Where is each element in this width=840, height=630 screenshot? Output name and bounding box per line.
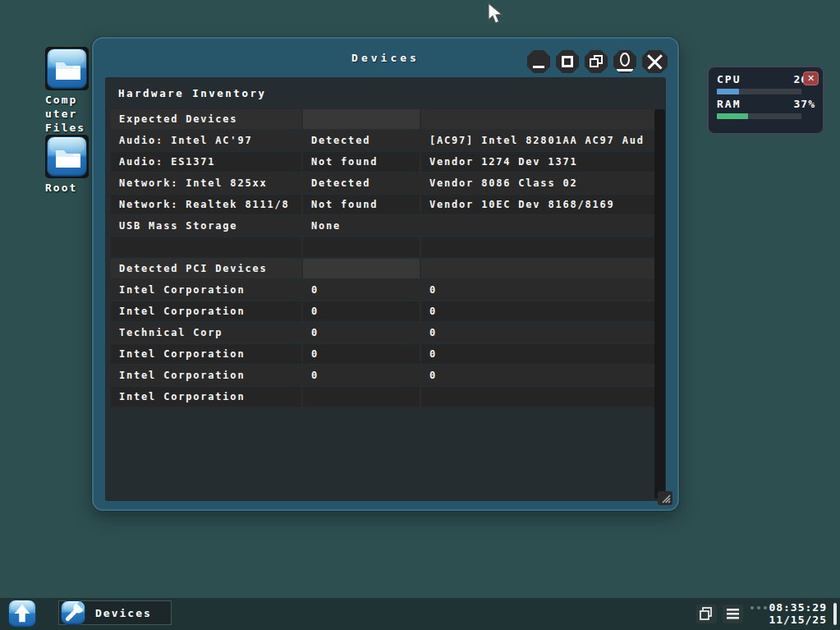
table-row[interactable]: Audio: ES1371Not foundVendor 1274 Dev 13…: [111, 152, 657, 172]
table-cell: 0: [303, 301, 420, 321]
table-cell: Audio: Intel AC'97: [111, 131, 301, 150]
resize-grip[interactable]: [658, 491, 672, 505]
desktop-icon-computer-files[interactable]: Comp uter Files: [45, 47, 94, 135]
table-cell: 0: [421, 280, 657, 300]
maximize-button[interactable]: [556, 50, 579, 73]
stack-button[interactable]: [585, 50, 608, 73]
taskbar: Devices 08:35:29 11/15/25: [0, 598, 840, 630]
table-cell: [303, 109, 420, 129]
icon-label: Root: [45, 181, 94, 195]
table-cell: 0: [303, 366, 420, 385]
clock: 08:35:29 11/15/25: [769, 601, 827, 626]
table-cell: Audio: ES1371: [111, 152, 301, 172]
table-row[interactable]: Technical Corp00: [111, 323, 657, 343]
minimize-icon: [533, 66, 544, 68]
table-cell: 0: [421, 366, 657, 385]
clock-time: 08:35:29: [769, 601, 827, 614]
table-row[interactable]: Intel Corporation00: [111, 366, 657, 385]
tray-stack-windows-button[interactable]: [696, 605, 717, 623]
table-cell: Network: Realtek 8111/8: [111, 195, 301, 214]
table-cell: Vendor 8086 Class 02: [421, 173, 657, 193]
tray-list-button[interactable]: [723, 605, 743, 623]
table-row[interactable]: Intel Corporation00: [111, 344, 657, 364]
table-row[interactable]: Intel Corporation00: [111, 301, 657, 321]
table-cell: [421, 387, 657, 407]
table-cell: Technical Corp: [111, 323, 301, 343]
table-cell: 0: [421, 301, 657, 321]
close-icon: ✕: [807, 73, 815, 84]
table-row[interactable]: Network: Intel 825xxDetectedVendor 8086 …: [111, 173, 657, 193]
wrench-icon: [61, 600, 85, 625]
table-cell: USB Mass Storage: [111, 216, 301, 236]
table-cell: Intel Corporation: [111, 280, 301, 300]
list-icon: [723, 605, 743, 623]
table-cell: [303, 387, 420, 407]
tray-overflow-dots[interactable]: [750, 606, 767, 609]
table-row[interactable]: USB Mass StorageNone: [111, 216, 657, 236]
table-cell: 0: [303, 344, 420, 364]
table-cell: Network: Intel 825xx: [111, 173, 301, 193]
folder-icon: [47, 48, 87, 89]
table-cell: Detected: [303, 173, 420, 193]
taskbar-item-devices[interactable]: Devices: [58, 600, 172, 625]
table-row[interactable]: Audio: Intel AC'97Detected[AC97] Intel 8…: [111, 131, 657, 150]
icon-tile: [45, 47, 89, 90]
table-cell: 0: [421, 323, 657, 343]
table-row[interactable]: Network: Realtek 8111/8Not foundVendor 1…: [111, 195, 657, 214]
maximize-icon: [562, 56, 573, 67]
table-cell: [303, 237, 420, 257]
table-section-header[interactable]: Detected PCI Devices: [111, 259, 657, 278]
table-cell: Not found: [303, 195, 420, 214]
desktop-icon-root[interactable]: Root: [45, 135, 94, 195]
vertical-scrollbar[interactable]: [654, 109, 665, 499]
table-row[interactable]: Intel Corporation00: [111, 280, 657, 300]
table-cell: Not found: [303, 152, 420, 172]
table-cell: Intel Corporation: [111, 344, 301, 364]
device-table: Expected DevicesAudio: Intel AC'97Detect…: [111, 109, 657, 408]
table-cell: [111, 237, 301, 257]
table-cell: 0: [421, 344, 657, 364]
table-cell: Detected: [303, 131, 420, 150]
table-cell: None: [303, 216, 420, 236]
window-titlebar[interactable]: Devices: [94, 39, 677, 77]
shade-icon: [620, 53, 630, 67]
minimize-button[interactable]: [527, 50, 550, 73]
system-monitor-widget: CPU 26% RAM 37% ✕: [707, 66, 824, 135]
table-cell: [421, 237, 657, 257]
mouse-cursor: [487, 2, 503, 30]
cpu-bar-fill: [717, 89, 739, 94]
ram-bar: [717, 113, 801, 119]
icon-label: Comp uter Files: [45, 93, 94, 135]
ram-label: RAM: [717, 98, 741, 110]
devices-window: Devices Hardware Inventory Expected Devi…: [92, 37, 679, 511]
table-cell: [421, 216, 657, 236]
icon-tile: [45, 135, 89, 178]
resize-grip-icon: [659, 493, 671, 504]
ram-value: 37%: [794, 98, 815, 110]
show-desktop-handle[interactable]: [833, 603, 837, 625]
table-cell: Expected Devices: [111, 109, 301, 129]
window-content: Hardware Inventory Expected DevicesAudio…: [105, 77, 666, 501]
close-button[interactable]: [642, 50, 668, 73]
table-row[interactable]: Intel Corporation: [111, 387, 657, 407]
window-controls: [527, 50, 668, 73]
table-section-header[interactable]: Expected Devices: [111, 109, 657, 129]
clock-date: 11/15/25: [769, 614, 827, 626]
table-cell: 0: [303, 280, 420, 300]
cpu-bar: [717, 89, 801, 94]
taskbar-item-label: Devices: [95, 607, 152, 619]
ram-bar-fill: [717, 113, 748, 119]
table-cell: Vendor 10EC Dev 8168/8169: [421, 195, 657, 214]
up-arrow-icon: [9, 600, 35, 627]
cpu-label: CPU: [717, 73, 741, 85]
table-cell: Detected PCI Devices: [111, 259, 301, 278]
table-row[interactable]: [111, 237, 657, 257]
shade-button[interactable]: [613, 50, 636, 73]
table-cell: [303, 259, 420, 278]
desktop: { "desktop": { "icons": [ { "name": "Com…: [0, 0, 840, 630]
start-button[interactable]: [8, 600, 36, 628]
table-cell: Vendor 1274 Dev 1371: [421, 152, 657, 172]
monitor-close-button[interactable]: ✕: [803, 71, 819, 85]
table-cell: Intel Corporation: [111, 366, 301, 385]
folder-icon: [47, 136, 87, 177]
